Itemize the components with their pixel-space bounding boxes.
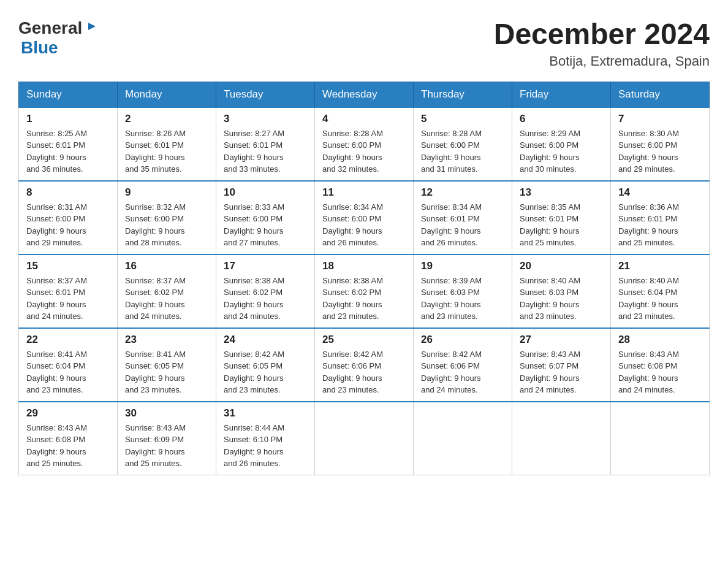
day-number: 12 [421, 186, 504, 199]
table-row [414, 402, 512, 475]
day-number: 29 [26, 407, 110, 419]
day-number: 14 [618, 186, 702, 199]
day-info: Sunrise: 8:39 AM Sunset: 6:03 PM Dayligh… [421, 275, 504, 323]
table-row [315, 402, 414, 475]
logo-general: General [18, 18, 82, 38]
day-info: Sunrise: 8:42 AM Sunset: 6:06 PM Dayligh… [421, 348, 504, 396]
col-wednesday: Wednesday [315, 82, 414, 107]
logo-arrow-icon [83, 20, 97, 34]
table-row: 21 Sunrise: 8:40 AM Sunset: 6:04 PM Dayl… [611, 255, 710, 328]
table-row: 29 Sunrise: 8:43 AM Sunset: 6:08 PM Dayl… [19, 402, 118, 475]
table-row: 30 Sunrise: 8:43 AM Sunset: 6:09 PM Dayl… [118, 402, 216, 475]
table-row: 18 Sunrise: 8:38 AM Sunset: 6:02 PM Dayl… [315, 255, 414, 328]
table-row: 14 Sunrise: 8:36 AM Sunset: 6:01 PM Dayl… [611, 181, 710, 255]
day-number: 31 [224, 407, 307, 419]
day-number: 13 [520, 186, 603, 199]
table-row: 26 Sunrise: 8:42 AM Sunset: 6:06 PM Dayl… [414, 328, 512, 402]
day-number: 2 [125, 113, 208, 125]
day-number: 26 [421, 334, 504, 346]
table-row: 6 Sunrise: 8:29 AM Sunset: 6:00 PM Dayli… [512, 107, 611, 181]
day-number: 4 [322, 113, 406, 125]
day-info: Sunrise: 8:32 AM Sunset: 6:00 PM Dayligh… [125, 201, 208, 249]
table-row: 7 Sunrise: 8:30 AM Sunset: 6:00 PM Dayli… [611, 107, 710, 181]
col-tuesday: Tuesday [216, 82, 315, 107]
month-title: December 2024 [494, 18, 710, 51]
day-number: 18 [322, 260, 406, 272]
table-row: 2 Sunrise: 8:26 AM Sunset: 6:01 PM Dayli… [118, 107, 216, 181]
day-number: 11 [322, 186, 406, 199]
day-info: Sunrise: 8:43 AM Sunset: 6:07 PM Dayligh… [520, 348, 603, 396]
day-info: Sunrise: 8:36 AM Sunset: 6:01 PM Dayligh… [618, 201, 702, 249]
table-row: 20 Sunrise: 8:40 AM Sunset: 6:03 PM Dayl… [512, 255, 611, 328]
day-info: Sunrise: 8:42 AM Sunset: 6:05 PM Dayligh… [224, 348, 307, 396]
day-number: 9 [125, 186, 208, 199]
table-row: 31 Sunrise: 8:44 AM Sunset: 6:10 PM Dayl… [216, 402, 315, 475]
day-number: 17 [224, 260, 307, 272]
day-number: 24 [224, 334, 307, 346]
day-info: Sunrise: 8:43 AM Sunset: 6:09 PM Dayligh… [125, 422, 208, 470]
col-sunday: Sunday [19, 82, 118, 107]
table-row: 4 Sunrise: 8:28 AM Sunset: 6:00 PM Dayli… [315, 107, 414, 181]
day-info: Sunrise: 8:38 AM Sunset: 6:02 PM Dayligh… [322, 275, 406, 323]
day-number: 20 [520, 260, 603, 272]
calendar-week-row: 22 Sunrise: 8:41 AM Sunset: 6:04 PM Dayl… [19, 328, 710, 402]
day-number: 5 [421, 113, 504, 125]
logo: General Blue [18, 18, 97, 58]
day-info: Sunrise: 8:41 AM Sunset: 6:05 PM Dayligh… [125, 348, 208, 396]
day-info: Sunrise: 8:28 AM Sunset: 6:00 PM Dayligh… [322, 128, 406, 175]
table-row: 23 Sunrise: 8:41 AM Sunset: 6:05 PM Dayl… [118, 328, 216, 402]
day-info: Sunrise: 8:29 AM Sunset: 6:00 PM Dayligh… [520, 128, 603, 175]
day-number: 6 [520, 113, 603, 125]
table-row: 5 Sunrise: 8:28 AM Sunset: 6:00 PM Dayli… [414, 107, 512, 181]
table-row [512, 402, 611, 475]
col-thursday: Thursday [414, 82, 512, 107]
day-info: Sunrise: 8:28 AM Sunset: 6:00 PM Dayligh… [421, 128, 504, 175]
location-title: Botija, Extremadura, Spain [494, 53, 710, 69]
table-row: 19 Sunrise: 8:39 AM Sunset: 6:03 PM Dayl… [414, 255, 512, 328]
day-info: Sunrise: 8:31 AM Sunset: 6:00 PM Dayligh… [26, 201, 110, 249]
day-info: Sunrise: 8:34 AM Sunset: 6:01 PM Dayligh… [421, 201, 504, 249]
day-number: 15 [26, 260, 110, 272]
day-info: Sunrise: 8:40 AM Sunset: 6:04 PM Dayligh… [618, 275, 702, 323]
day-number: 27 [520, 334, 603, 346]
day-info: Sunrise: 8:35 AM Sunset: 6:01 PM Dayligh… [520, 201, 603, 249]
table-row: 16 Sunrise: 8:37 AM Sunset: 6:02 PM Dayl… [118, 255, 216, 328]
day-info: Sunrise: 8:41 AM Sunset: 6:04 PM Dayligh… [26, 348, 110, 396]
calendar-header-row: Sunday Monday Tuesday Wednesday Thursday… [19, 82, 710, 107]
table-row: 9 Sunrise: 8:32 AM Sunset: 6:00 PM Dayli… [118, 181, 216, 255]
day-info: Sunrise: 8:43 AM Sunset: 6:08 PM Dayligh… [618, 348, 702, 396]
day-info: Sunrise: 8:27 AM Sunset: 6:01 PM Dayligh… [224, 128, 307, 175]
table-row: 10 Sunrise: 8:33 AM Sunset: 6:00 PM Dayl… [216, 181, 315, 255]
title-block: December 2024 Botija, Extremadura, Spain [494, 18, 710, 69]
table-row: 17 Sunrise: 8:38 AM Sunset: 6:02 PM Dayl… [216, 255, 315, 328]
table-row: 3 Sunrise: 8:27 AM Sunset: 6:01 PM Dayli… [216, 107, 315, 181]
day-info: Sunrise: 8:44 AM Sunset: 6:10 PM Dayligh… [224, 422, 307, 470]
col-monday: Monday [118, 82, 216, 107]
day-info: Sunrise: 8:43 AM Sunset: 6:08 PM Dayligh… [26, 422, 110, 470]
col-friday: Friday [512, 82, 611, 107]
table-row: 13 Sunrise: 8:35 AM Sunset: 6:01 PM Dayl… [512, 181, 611, 255]
svg-marker-0 [88, 23, 96, 30]
day-info: Sunrise: 8:40 AM Sunset: 6:03 PM Dayligh… [520, 275, 603, 323]
day-number: 1 [26, 113, 110, 125]
day-info: Sunrise: 8:33 AM Sunset: 6:00 PM Dayligh… [224, 201, 307, 249]
table-row: 28 Sunrise: 8:43 AM Sunset: 6:08 PM Dayl… [611, 328, 710, 402]
day-number: 28 [618, 334, 702, 346]
calendar-week-row: 1 Sunrise: 8:25 AM Sunset: 6:01 PM Dayli… [19, 107, 710, 181]
day-info: Sunrise: 8:37 AM Sunset: 6:01 PM Dayligh… [26, 275, 110, 323]
calendar-week-row: 15 Sunrise: 8:37 AM Sunset: 6:01 PM Dayl… [19, 255, 710, 328]
day-number: 3 [224, 113, 307, 125]
day-info: Sunrise: 8:37 AM Sunset: 6:02 PM Dayligh… [125, 275, 208, 323]
table-row: 1 Sunrise: 8:25 AM Sunset: 6:01 PM Dayli… [19, 107, 118, 181]
page-header: General Blue December 2024 Botija, Extre… [18, 18, 710, 69]
table-row: 8 Sunrise: 8:31 AM Sunset: 6:00 PM Dayli… [19, 181, 118, 255]
day-info: Sunrise: 8:42 AM Sunset: 6:06 PM Dayligh… [322, 348, 406, 396]
table-row: 22 Sunrise: 8:41 AM Sunset: 6:04 PM Dayl… [19, 328, 118, 402]
table-row: 12 Sunrise: 8:34 AM Sunset: 6:01 PM Dayl… [414, 181, 512, 255]
day-number: 25 [322, 334, 406, 346]
calendar-table: Sunday Monday Tuesday Wednesday Thursday… [18, 82, 710, 475]
day-number: 10 [224, 186, 307, 199]
day-number: 21 [618, 260, 702, 272]
calendar-week-row: 29 Sunrise: 8:43 AM Sunset: 6:08 PM Dayl… [19, 402, 710, 475]
day-info: Sunrise: 8:38 AM Sunset: 6:02 PM Dayligh… [224, 275, 307, 323]
